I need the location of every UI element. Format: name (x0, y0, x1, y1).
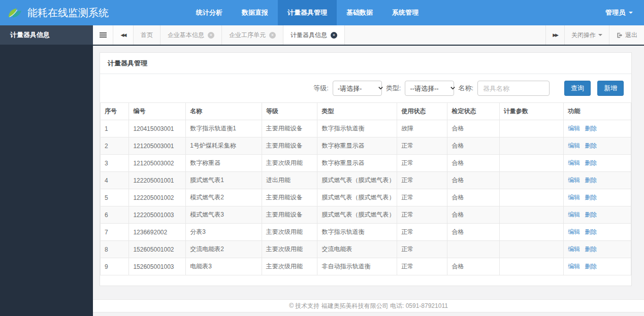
main-nav: 统计分析数据直报计量器具管理基础数据系统管理 (186, 0, 428, 25)
nav-item-1[interactable]: 统计分析 (186, 0, 232, 25)
table-cell: 7 (101, 224, 129, 241)
table-cell: 合格 (447, 206, 499, 224)
table-cell (447, 241, 499, 258)
table-cell: 非自动指示轨道衡 (317, 258, 397, 275)
column-header: 等级 (262, 103, 317, 120)
open-tabs: 首页企业基本信息×企业工序单元×计量器具信息× (134, 25, 345, 45)
edit-link[interactable]: 编辑 (568, 263, 580, 270)
edit-link[interactable]: 编辑 (568, 194, 580, 201)
scroll-tabs-left-button[interactable]: ◀◀ (113, 25, 134, 45)
edit-link[interactable]: 编辑 (568, 211, 580, 218)
tab-2[interactable]: 企业基本信息× (160, 25, 222, 45)
top-navbar: 能耗在线监测系统 统计分析数据直报计量器具管理基础数据系统管理 管理员 (0, 0, 644, 25)
sidebar-item-1[interactable]: 计量器具信息 (0, 25, 93, 45)
edit-link[interactable]: 编辑 (568, 159, 580, 166)
table-cell-actions: 编辑删除 (564, 241, 631, 258)
close-operations-dropdown[interactable]: 关闭操作 (564, 25, 609, 45)
level-select[interactable]: -请选择- (333, 81, 382, 96)
table-cell: 1号炉煤耗采集称 (186, 137, 262, 155)
tab-1[interactable]: 首页 (134, 25, 160, 45)
edit-link[interactable]: 编辑 (568, 177, 580, 184)
scroll-tabs-right-button[interactable]: ▶▶ (545, 25, 564, 45)
table-cell: 交流电能表2 (186, 241, 262, 258)
table-cell: 进出用能 (262, 172, 317, 189)
table-cell: 9 (101, 258, 129, 275)
delete-link[interactable]: 删除 (585, 159, 597, 166)
nav-item-2[interactable]: 数据直报 (232, 0, 278, 25)
table-cell (499, 155, 563, 172)
tab-3[interactable]: 企业工序单元× (222, 25, 283, 45)
logout-icon (616, 32, 623, 39)
table-cell: 122205001002 (129, 189, 186, 206)
table-cell: 正常 (397, 241, 447, 258)
table-cell: 4 (101, 172, 129, 189)
table-cell: 膜式燃气表1 (186, 172, 262, 189)
sidebar-toggle-button[interactable] (93, 25, 113, 45)
delete-link[interactable]: 删除 (585, 211, 597, 218)
edit-link[interactable]: 编辑 (568, 125, 580, 132)
table-cell (499, 137, 563, 155)
nav-item-5[interactable]: 系统管理 (382, 0, 428, 25)
table-cell: 电能表3 (186, 258, 262, 275)
table-header-row: 序号编号名称等级类型使用状态检定状态计量参数功能 (101, 103, 631, 120)
table-cell-actions: 编辑删除 (564, 137, 631, 155)
table-cell (499, 189, 563, 206)
table-cell: 121205003001 (129, 137, 186, 155)
name-search-input[interactable] (477, 81, 550, 96)
table-cell: 1 (101, 120, 129, 137)
table-cell: 合格 (447, 120, 499, 137)
tab-4[interactable]: 计量器具信息× (283, 25, 345, 45)
table-cell: 交流电能表 (317, 241, 397, 258)
type-select[interactable]: --请选择-- (405, 81, 454, 96)
column-header: 名称 (186, 103, 262, 120)
add-button[interactable]: 新增 (597, 81, 624, 96)
table-cell: 合格 (447, 172, 499, 189)
table-row: 3121205003002数字称重器主要次级用能数字称重显示器正常合格编辑删除 (101, 155, 631, 172)
filter-row: 等级: -请选择- 类型: --请选择-- 名称: (100, 74, 631, 102)
table-cell: 主要次级用能 (262, 224, 317, 241)
sidebar: 计量器具信息 (0, 25, 93, 316)
user-menu[interactable]: 管理员 (594, 0, 644, 25)
column-header: 检定状态 (447, 103, 499, 120)
edit-link[interactable]: 编辑 (568, 228, 580, 235)
table-row: 6122205001003模式燃气表3主要用能设备膜式燃气表（膜式燃气表）正常合… (101, 206, 631, 224)
table-row: 5122205001002模式燃气表2主要用能设备膜式燃气表（膜式燃气表）正常合… (101, 189, 631, 206)
delete-link[interactable]: 删除 (585, 125, 597, 132)
logout-button[interactable]: 退出 (609, 25, 644, 45)
delete-link[interactable]: 删除 (585, 245, 597, 253)
search-button[interactable]: 查询 (564, 81, 591, 96)
table-cell-actions: 编辑删除 (564, 224, 631, 241)
panel-title: 计量器具管理 (100, 53, 631, 74)
logout-label: 退出 (625, 31, 637, 40)
table-cell (499, 120, 563, 137)
delete-link[interactable]: 删除 (585, 228, 597, 235)
chevron-down-icon (629, 12, 633, 14)
table-row: 71236692002分表3主要次级用能数字指示轨道衡正常合格编辑删除 (101, 224, 631, 241)
content-area: 计量器具管理 等级: -请选择- 类型: --请选择-- (93, 46, 644, 299)
table-cell: 152605001002 (129, 241, 186, 258)
delete-link[interactable]: 删除 (585, 263, 597, 270)
edit-link[interactable]: 编辑 (568, 245, 580, 253)
edit-link[interactable]: 编辑 (568, 142, 580, 149)
table-cell: 正常 (397, 258, 447, 275)
nav-item-4[interactable]: 基础数据 (337, 0, 382, 25)
tab-close-icon[interactable]: × (269, 32, 276, 39)
delete-link[interactable]: 删除 (585, 194, 597, 201)
table-cell: 膜式燃气表（膜式燃气表） (317, 189, 397, 206)
column-header: 计量参数 (499, 103, 563, 120)
table-cell: 合格 (447, 224, 499, 241)
delete-link[interactable]: 删除 (585, 177, 597, 184)
column-header: 序号 (101, 103, 129, 120)
tab-close-icon[interactable]: × (331, 32, 337, 39)
table-cell: 数字指示轨道衡 (317, 120, 397, 137)
meters-table: 序号编号名称等级类型使用状态检定状态计量参数功能 1120415003001数字… (100, 102, 631, 275)
delete-link[interactable]: 删除 (585, 142, 597, 149)
column-header: 功能 (564, 103, 631, 120)
tab-close-icon[interactable]: × (208, 32, 214, 39)
nav-item-3[interactable]: 计量器具管理 (278, 0, 337, 25)
tab-label: 企业工序单元 (229, 31, 266, 40)
table-cell: 152605001003 (129, 258, 186, 275)
table-cell: 122205001003 (129, 206, 186, 224)
table-row: 9152605001003电能表3主要次级用能非自动指示轨道衡正常合格编辑删除 (101, 258, 631, 275)
double-arrow-left-icon: ◀◀ (121, 32, 126, 38)
